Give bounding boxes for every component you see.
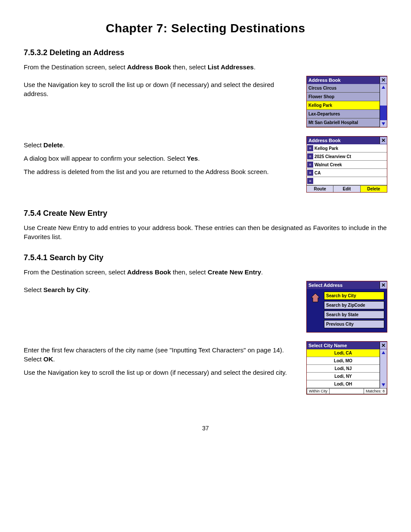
scroll-up-icon[interactable]: [380, 84, 387, 91]
menu-item[interactable]: Search by ZipCode: [324, 301, 384, 309]
list-item[interactable]: Lodi, CA: [307, 349, 380, 357]
field-icon: ≡: [307, 170, 313, 176]
paragraph: Select Search by City.: [24, 285, 298, 294]
text: Enter the first few characters of the ci…: [24, 346, 284, 363]
detail-row: ≡CA: [307, 169, 387, 177]
window-title: Select City Name: [307, 343, 380, 348]
detail-text: CA: [314, 171, 387, 175]
list-item[interactable]: Flower Shop: [307, 93, 380, 101]
route-button[interactable]: Route: [307, 185, 333, 192]
field-icon: ≡: [307, 153, 313, 159]
close-icon[interactable]: ✕: [380, 137, 387, 144]
bold: Search by City: [44, 286, 88, 293]
close-icon[interactable]: ✕: [380, 342, 387, 349]
page-number: 37: [24, 425, 387, 432]
bold: OK: [44, 355, 53, 363]
paragraph: The address is deleted from the list and…: [24, 167, 298, 176]
footer-left: Within City: [307, 388, 330, 394]
text: then, select: [171, 268, 208, 276]
text: .: [261, 268, 263, 276]
bold: List Addresses: [208, 63, 254, 71]
scrollbar[interactable]: [380, 84, 387, 127]
text: then, select: [171, 63, 208, 71]
window-title: Address Book: [307, 138, 380, 143]
screenshot-select-city: Select City Name ✕ Lodi, CA Lodi, MO Lod…: [306, 341, 387, 395]
paragraph: Select Delete.: [24, 140, 298, 149]
edit-button[interactable]: Edit: [333, 185, 360, 192]
list-item[interactable]: Circus Circus: [307, 84, 380, 93]
scroll-down-icon[interactable]: [380, 381, 387, 388]
detail-row: ≡: [307, 177, 387, 185]
paragraph: From the Destination screen, select Addr…: [24, 268, 387, 277]
svg-marker-2: [311, 293, 320, 302]
text: Select: [24, 141, 44, 149]
list-item[interactable]: Lodi, NJ: [307, 365, 380, 373]
svg-marker-3: [382, 351, 385, 354]
field-icon: ≡: [307, 145, 313, 151]
text: .: [53, 355, 55, 363]
paragraph: A dialog box will appear to confirm your…: [24, 154, 298, 163]
list-item[interactable]: Lodi, OH: [307, 380, 380, 388]
screenshot-address-book-detail: Address Book ✕ ≡Kellog Park ≡2025 Clearv…: [306, 136, 387, 193]
section-heading: 7.5.4.1 Search by City: [24, 253, 387, 262]
menu-item[interactable]: Search by City: [324, 292, 384, 300]
chapter-title: Chapter 7: Selecting Destinations: [24, 22, 387, 35]
bold: Address Book: [127, 63, 171, 71]
bold: Delete: [44, 141, 63, 149]
text: .: [198, 155, 199, 162]
text: A dialog box will appear to confirm your…: [24, 155, 187, 162]
detail-text: 2025 Clearview Ct: [314, 154, 387, 159]
svg-marker-1: [382, 122, 385, 125]
window-title: Address Book: [307, 78, 380, 83]
screenshot-address-book-list: Address Book ✕ Circus Circus Flower Shop…: [306, 76, 387, 128]
bold: Yes: [187, 155, 198, 162]
svg-marker-4: [382, 383, 385, 386]
detail-row: ≡Kellog Park: [307, 144, 387, 152]
field-icon: ≡: [307, 162, 313, 168]
scroll-down-icon[interactable]: [380, 120, 387, 127]
screenshot-select-address: Select Address ✕ Search by City Search b…: [306, 281, 387, 333]
footer-spacer: [330, 388, 364, 394]
detail-text: Kellog Park: [314, 146, 387, 151]
list-item[interactable]: Kellog Park: [307, 101, 380, 110]
bold: Create New Entry: [208, 268, 261, 276]
menu-item[interactable]: Search by State: [324, 311, 384, 319]
text: .: [88, 286, 90, 293]
section-heading: 7.5.3.2 Deleting an Address: [24, 48, 387, 57]
text: .: [63, 141, 65, 149]
scrollbar[interactable]: [380, 349, 387, 388]
text: From the Destination screen, select: [24, 63, 127, 71]
window-title: Select Address: [307, 283, 380, 288]
close-icon[interactable]: ✕: [380, 77, 387, 84]
list-item[interactable]: Lodi, NY: [307, 373, 380, 380]
list-item[interactable]: Mt San Gabriell Hospital: [307, 118, 380, 127]
field-icon: ≡: [307, 178, 313, 184]
paragraph: Use the Navigation key to scroll the lis…: [24, 80, 298, 98]
text: Select: [24, 286, 44, 293]
text: .: [254, 63, 255, 71]
delete-button[interactable]: Delete: [361, 185, 387, 192]
close-icon[interactable]: ✕: [380, 282, 387, 289]
section-heading: 7.5.4 Create New Entry: [24, 209, 387, 218]
paragraph: Use the Navigation key to scroll the lis…: [24, 368, 298, 377]
detail-row: ≡Walnut Creek: [307, 161, 387, 169]
list-item[interactable]: Lax-Departures: [307, 110, 380, 118]
detail-text: Walnut Creek: [314, 162, 387, 167]
detail-row: ≡2025 Clearview Ct: [307, 152, 387, 161]
home-icon: [309, 292, 321, 304]
bold: Address Book: [127, 268, 171, 276]
text: From the Destination screen, select: [24, 268, 127, 276]
menu-item[interactable]: Previous City: [324, 320, 384, 328]
svg-marker-0: [382, 86, 385, 89]
paragraph: From the Destination screen, select Addr…: [24, 62, 387, 72]
paragraph: Use Create New Entry to add entries to y…: [24, 223, 387, 241]
list-item[interactable]: Lodi, MO: [307, 357, 380, 365]
scroll-up-icon[interactable]: [380, 349, 387, 356]
footer-right: Matches: 8: [364, 388, 387, 394]
paragraph: Enter the first few characters of the ci…: [24, 345, 298, 364]
